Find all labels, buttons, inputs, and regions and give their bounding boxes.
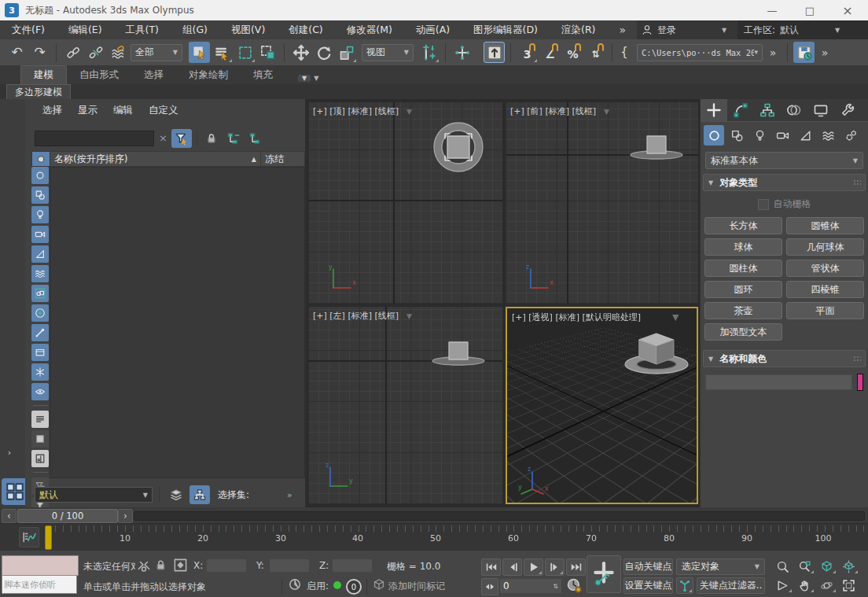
torus-box-front-view[interactable] xyxy=(623,124,690,164)
time-slider-track[interactable] xyxy=(134,511,865,521)
viewport-perspective[interactable]: [+] [透视] [标准] [默认明暗处理]▼ zyx xyxy=(506,307,698,504)
menu-edit[interactable]: 编辑(E) xyxy=(57,20,114,39)
macro-recorder-box[interactable] xyxy=(2,555,79,576)
previous-frame-button[interactable] xyxy=(502,558,522,576)
object-color-swatch[interactable] xyxy=(857,374,863,391)
selected-filter-dropdown[interactable]: 选定对象▼ xyxy=(676,558,765,575)
field-of-view-icon[interactable] xyxy=(772,577,793,593)
object-type-rollout-header[interactable]: ▼ 对象类型 xyxy=(703,174,866,191)
minimize-button[interactable]: — xyxy=(755,0,789,20)
torus-box-left-view[interactable] xyxy=(425,330,491,370)
menu-modifiers[interactable]: 修改器(M) xyxy=(335,20,404,39)
lock-explorer-icon[interactable] xyxy=(201,129,222,148)
menu-create[interactable]: 创建(C) xyxy=(277,20,334,39)
track-bar-ruler[interactable]: 0 10 20 30 40 50 60 70 80 90 100 xyxy=(43,524,868,551)
clear-search-icon[interactable]: × xyxy=(159,132,167,144)
explorer-menu-select[interactable]: 选择 xyxy=(35,104,70,117)
maximize-button[interactable]: □ xyxy=(793,0,827,20)
menu-animation[interactable]: 动画(A) xyxy=(404,20,462,39)
select-and-scale-button[interactable] xyxy=(336,42,357,63)
go-to-start-button[interactable] xyxy=(481,558,501,576)
select-and-move-button[interactable] xyxy=(290,42,311,63)
scene-object-list[interactable] xyxy=(50,167,305,478)
category-geometry-icon[interactable] xyxy=(704,125,724,146)
viewport-layout-tabs-button[interactable] xyxy=(2,478,28,505)
menu-file[interactable]: 文件(F) xyxy=(0,20,57,39)
time-tag-cube-icon[interactable] xyxy=(373,578,385,591)
collapse-tree-icon[interactable] xyxy=(245,129,266,148)
pyramid-button[interactable]: 四棱锥 xyxy=(786,281,864,298)
viewport-front-label[interactable]: [+] [前] [标准] [线框] xyxy=(510,105,596,117)
set-key-button[interactable]: 设置关键点 xyxy=(623,577,673,594)
layer-dropdown[interactable]: 默认▼ xyxy=(35,487,153,503)
torus-box-perspective-view[interactable] xyxy=(616,322,697,389)
current-frame-marker[interactable] xyxy=(45,525,52,550)
pan-hand-icon[interactable] xyxy=(794,577,815,593)
tab-motion[interactable] xyxy=(781,99,807,121)
display-mode-thumb-button[interactable] xyxy=(31,430,49,448)
isolate-selection-icon[interactable] xyxy=(137,558,151,573)
tab-display[interactable] xyxy=(807,99,834,121)
toolbar-overflow-chevron[interactable]: » xyxy=(764,42,782,63)
autogrid-checkbox[interactable] xyxy=(758,199,769,210)
name-column-header[interactable]: 名称(按升序排序)▲ xyxy=(50,152,261,166)
ribbon-panel-polygon-modeling[interactable]: 多边形建模 xyxy=(6,84,71,99)
reference-coordinate-system-dropdown[interactable]: 视图▼ xyxy=(362,44,414,61)
hierarchy-view-icon[interactable] xyxy=(189,485,210,504)
toggle-bones-icon[interactable] xyxy=(31,324,49,341)
cone-button[interactable]: 圆锥体 xyxy=(786,217,864,234)
viewport-left[interactable]: [+] [左] [标准] [线框]▼ yz xyxy=(308,307,502,504)
select-by-name-button[interactable] xyxy=(211,42,233,63)
expand-tree-icon[interactable] xyxy=(223,129,244,148)
toggle-column-header[interactable] xyxy=(32,152,50,166)
enable-status-dot[interactable] xyxy=(333,581,341,589)
category-cameras-icon[interactable] xyxy=(772,125,793,146)
close-button[interactable]: × xyxy=(830,0,865,20)
viewport-front[interactable]: [+] [前] [标准] [线框]▼ xz xyxy=(506,102,698,304)
menu-rendering[interactable]: 渲染(R) xyxy=(550,20,607,39)
ribbon-tab-selection[interactable]: 选择 xyxy=(131,66,176,84)
spinner-snap-toggle-button[interactable]: ⇅ xyxy=(585,42,606,63)
tab-utilities[interactable] xyxy=(834,99,861,121)
unlink-selection-icon[interactable] xyxy=(85,42,106,63)
toggle-hidden-icon[interactable] xyxy=(31,383,49,400)
bottom-overflow-chevron[interactable]: » xyxy=(287,490,292,500)
previous-frame-arrow[interactable]: ‹ xyxy=(2,509,17,523)
time-configuration-button[interactable] xyxy=(566,577,582,593)
selection-lock-icon[interactable] xyxy=(154,558,167,572)
enable-count-badge[interactable]: 0 xyxy=(346,579,362,595)
next-frame-arrow[interactable]: › xyxy=(118,509,133,523)
tab-modify[interactable] xyxy=(727,99,754,121)
set-keys-big-button[interactable] xyxy=(587,555,621,593)
category-shapes-icon[interactable] xyxy=(726,125,747,146)
ribbon-tab-populate[interactable]: 填充 xyxy=(241,66,285,84)
teapot-button[interactable]: 茶壶 xyxy=(704,302,782,319)
toggle-xrefs-icon[interactable] xyxy=(31,304,49,322)
toggle-lights-icon[interactable] xyxy=(31,206,49,223)
viewport-top-label[interactable]: [+] [顶] [标准] [线框] xyxy=(313,105,399,117)
ribbon-tab-object-paint[interactable]: 对象绘制 xyxy=(176,66,241,84)
expand-panel-arrow[interactable]: › xyxy=(8,448,11,457)
cylinder-button[interactable]: 圆柱体 xyxy=(704,260,782,277)
next-frame-button[interactable] xyxy=(545,558,565,576)
toggle-spacewarps-icon[interactable] xyxy=(31,265,49,282)
named-selection-sets-button[interactable]: { xyxy=(618,42,631,63)
menu-overflow-chevron[interactable]: » xyxy=(607,20,638,39)
auto-key-button[interactable]: 自动关键点 xyxy=(623,558,673,575)
orbit-icon[interactable] xyxy=(816,577,837,593)
maximize-viewport-toggle-icon[interactable] xyxy=(838,577,859,593)
plane-button[interactable]: 平面 xyxy=(786,302,864,319)
snap-toggle-3d-button[interactable]: 3 xyxy=(517,42,538,63)
key-filters-icon[interactable] xyxy=(676,577,693,594)
key-mode-toggle[interactable] xyxy=(481,578,498,595)
menu-views[interactable]: 视图(V) xyxy=(219,20,277,39)
viewport-menu-icon[interactable]: ▼ xyxy=(406,312,412,320)
viewport-menu-icon[interactable]: ▼ xyxy=(604,108,609,116)
keyboard-shortcut-override-toggle[interactable] xyxy=(484,42,505,63)
toggle-containers-icon[interactable] xyxy=(31,344,49,361)
viewport-left-label[interactable]: [+] [左] [标准] [线框] xyxy=(313,310,399,322)
absolute-offset-mode-toggle[interactable] xyxy=(173,558,188,573)
category-helpers-icon[interactable] xyxy=(795,125,815,146)
explorer-search-input[interactable] xyxy=(35,131,154,146)
category-systems-icon[interactable] xyxy=(840,125,861,146)
